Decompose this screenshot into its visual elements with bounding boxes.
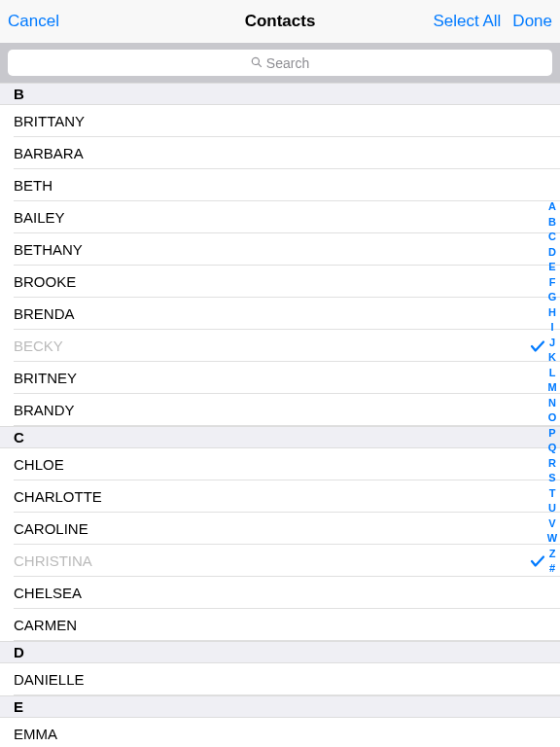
contact-row[interactable]: CAROLINE bbox=[0, 513, 560, 545]
contact-row[interactable]: BECKY bbox=[0, 330, 560, 362]
index-letter[interactable]: G bbox=[545, 290, 559, 305]
index-letter[interactable]: A bbox=[545, 199, 559, 215]
index-letter[interactable]: C bbox=[545, 230, 559, 245]
cancel-button[interactable]: Cancel bbox=[8, 12, 59, 31]
contact-row[interactable]: DANIELLE bbox=[0, 663, 560, 695]
page-title: Contacts bbox=[245, 12, 316, 31]
index-letter[interactable]: H bbox=[545, 305, 559, 321]
index-letter[interactable]: L bbox=[545, 366, 559, 381]
contact-name: BARBARA bbox=[14, 145, 84, 161]
contact-row[interactable]: BRITNEY bbox=[0, 362, 560, 394]
contact-row[interactable]: BARBARA bbox=[0, 137, 560, 169]
content-area: BBRITTANYBARBARABETHBAILEYBETHANYBROOKEB… bbox=[0, 83, 560, 747]
index-letter[interactable]: T bbox=[545, 486, 559, 502]
checkmark-icon bbox=[529, 552, 546, 570]
contact-name: CARMEN bbox=[14, 617, 77, 633]
contact-row[interactable]: CHRISTINA bbox=[0, 545, 560, 577]
index-letter[interactable]: U bbox=[545, 501, 559, 516]
contact-row[interactable]: BAILEY bbox=[0, 201, 560, 233]
index-letter[interactable]: V bbox=[545, 516, 559, 532]
index-letter[interactable]: S bbox=[545, 471, 559, 486]
contact-name: BECKY bbox=[14, 338, 63, 354]
contact-row[interactable]: BRITTANY bbox=[0, 105, 560, 137]
navigation-bar: Cancel Contacts Select All Done bbox=[0, 0, 560, 43]
index-letter[interactable]: P bbox=[545, 426, 559, 442]
contact-name: BRITTANY bbox=[14, 113, 85, 129]
contact-name: BROOKE bbox=[14, 273, 76, 290]
contact-name: CHARLOTTE bbox=[14, 488, 102, 505]
index-letter[interactable]: O bbox=[545, 410, 559, 426]
checkmark-icon bbox=[529, 338, 546, 355]
index-letter[interactable]: Z bbox=[545, 547, 559, 562]
contact-row[interactable]: CHARLOTTE bbox=[0, 480, 560, 513]
contact-name: BRANDY bbox=[14, 402, 75, 418]
contact-row[interactable]: CHLOE bbox=[0, 448, 560, 480]
search-input[interactable]: Search bbox=[8, 50, 552, 76]
index-letter[interactable]: K bbox=[545, 350, 559, 366]
index-letter[interactable]: I bbox=[545, 320, 559, 336]
section-header: D bbox=[0, 641, 560, 663]
contact-name: EMMA bbox=[14, 726, 57, 742]
alphabet-index[interactable]: ABCDEFGHIJKLMNOPQRSTUVWZ# bbox=[545, 199, 559, 577]
index-letter[interactable]: R bbox=[545, 456, 559, 472]
index-letter[interactable]: E bbox=[545, 260, 559, 275]
contact-row[interactable]: BRENDA bbox=[0, 298, 560, 330]
search-bar-container: Search bbox=[0, 43, 560, 83]
contact-row[interactable]: BETH bbox=[0, 169, 560, 201]
contact-name: BETHANY bbox=[14, 241, 83, 258]
index-letter[interactable]: # bbox=[545, 561, 559, 577]
index-letter[interactable]: D bbox=[545, 245, 559, 261]
contact-name: BETH bbox=[14, 177, 52, 194]
search-placeholder: Search bbox=[266, 55, 309, 71]
index-letter[interactable]: N bbox=[545, 396, 559, 411]
index-letter[interactable]: W bbox=[545, 531, 559, 547]
select-all-button[interactable]: Select All bbox=[433, 12, 501, 31]
contact-row[interactable]: CARMEN bbox=[0, 609, 560, 641]
search-icon bbox=[251, 55, 262, 71]
contact-name: CHELSEA bbox=[14, 585, 82, 601]
contact-row[interactable]: CHELSEA bbox=[0, 577, 560, 609]
section-header: E bbox=[0, 695, 560, 718]
contact-name: BRITNEY bbox=[14, 370, 77, 386]
index-letter[interactable]: B bbox=[545, 215, 559, 231]
contact-row[interactable]: BROOKE bbox=[0, 266, 560, 298]
done-button[interactable]: Done bbox=[512, 12, 552, 31]
contact-name: BAILEY bbox=[14, 209, 65, 226]
contacts-list[interactable]: BBRITTANYBARBARABETHBAILEYBETHANYBROOKEB… bbox=[0, 83, 560, 747]
index-letter[interactable]: Q bbox=[545, 441, 559, 456]
contact-name: BRENDA bbox=[14, 305, 75, 322]
section-header: C bbox=[0, 426, 560, 448]
index-letter[interactable]: J bbox=[545, 336, 559, 351]
contact-row[interactable]: BRANDY bbox=[0, 394, 560, 426]
contact-name: CHRISTINA bbox=[14, 552, 92, 569]
index-letter[interactable]: F bbox=[545, 275, 559, 291]
contact-row[interactable]: EMMA bbox=[0, 718, 560, 747]
contact-name: CHLOE bbox=[14, 456, 64, 473]
contact-name: DANIELLE bbox=[14, 671, 85, 688]
contact-row[interactable]: BETHANY bbox=[0, 233, 560, 266]
contact-name: CAROLINE bbox=[14, 520, 88, 537]
index-letter[interactable]: M bbox=[545, 380, 559, 396]
section-header: B bbox=[0, 83, 560, 105]
